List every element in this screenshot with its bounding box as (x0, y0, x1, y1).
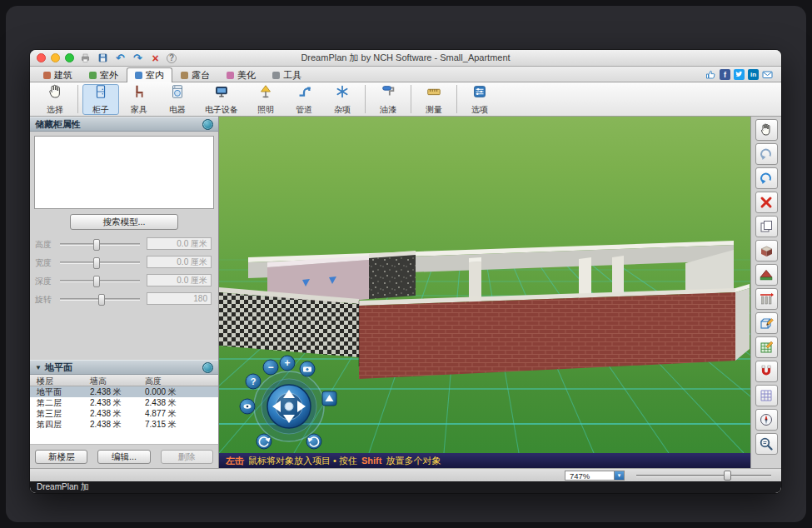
panel-menu-button[interactable] (202, 362, 213, 373)
width-value-field[interactable]: 0.0 厘米 (147, 256, 212, 268)
print-icon[interactable] (79, 52, 92, 64)
elevate-button[interactable] (322, 391, 336, 406)
magnet-snap-tool[interactable] (755, 361, 778, 382)
viewport-3d[interactable]: ? − + (219, 117, 750, 468)
tab-building[interactable]: 建筑 (35, 67, 81, 82)
visibility-button[interactable] (240, 399, 255, 414)
floors-table-header: 楼层 墙高 高度 (30, 375, 218, 386)
edit-floor-button[interactable]: 编辑... (97, 450, 150, 464)
landscaping-icon (227, 72, 234, 79)
ribbon-options[interactable]: 选项 (461, 84, 498, 115)
tab-tools[interactable]: 工具 (264, 67, 310, 82)
like-icon[interactable] (705, 69, 716, 80)
orbit-back-tool[interactable] (755, 143, 778, 165)
facebook-icon[interactable]: f (720, 69, 730, 80)
zoom-out-button[interactable]: − (263, 360, 278, 375)
rotate-ccw-button[interactable] (257, 434, 271, 449)
pan-tool[interactable] (755, 119, 778, 141)
height-slider[interactable] (60, 243, 140, 246)
depth-slider[interactable] (60, 280, 140, 282)
save-icon[interactable] (97, 52, 109, 64)
ribbon-furniture[interactable]: 家具 (121, 84, 157, 115)
navigation-widget[interactable]: ? − + (239, 355, 339, 455)
redo-icon[interactable]: ↷ (132, 52, 144, 64)
ribbon-separator (411, 85, 411, 113)
width-slider-thumb[interactable] (93, 257, 100, 269)
width-slider[interactable] (60, 262, 140, 264)
table-row[interactable]: 第四层 2.438 米 7.315 米 (30, 419, 218, 430)
help-icon[interactable]: ? (167, 53, 177, 63)
zoom-slider[interactable] (636, 475, 771, 477)
grid-overlay-tool[interactable] (755, 385, 778, 406)
tv-icon (213, 83, 230, 103)
floors-panel-header[interactable]: ▼ 地平面 (30, 360, 218, 375)
ribbon-electronics[interactable]: 电子设备 (197, 84, 246, 115)
rotation-slider-thumb[interactable] (98, 294, 105, 306)
tab-deck[interactable]: 露台 (172, 67, 218, 82)
table-row[interactable]: 地平面 2.438 米 0.000 米 (30, 386, 218, 397)
ribbon-misc[interactable]: 杂项 (324, 84, 361, 115)
twitter-icon[interactable] (734, 69, 745, 80)
height-slider-row: 高度 0.0 厘米 (30, 237, 218, 252)
copy-tool[interactable] (755, 216, 778, 237)
terrain-paint-tool[interactable] (755, 336, 778, 358)
help-nav-button[interactable]: ? (246, 374, 261, 389)
compass-tool[interactable] (755, 409, 778, 431)
zoom-in-button[interactable]: + (280, 356, 295, 371)
ribbon-select[interactable]: 选择 (37, 84, 73, 115)
zoom-select[interactable]: 747% ▼ (565, 471, 625, 481)
delete-object-tool[interactable] (755, 192, 778, 213)
email-icon[interactable] (762, 69, 773, 80)
close-window-button[interactable] (37, 53, 46, 62)
chair-icon (131, 83, 147, 103)
wall-block-tool[interactable] (755, 240, 778, 262)
paint-roller-icon (380, 83, 396, 103)
ribbon-cabinets[interactable]: 柜子 (82, 84, 119, 115)
floors-panel-title: 地平面 (45, 361, 72, 374)
orbit-forward-tool[interactable] (755, 167, 778, 189)
ribbon-paint[interactable]: 油漆 (370, 84, 406, 115)
ribbon-measure[interactable]: 测量 (416, 84, 452, 115)
new-floor-button[interactable]: 新楼层 (35, 450, 87, 464)
camera-button[interactable] (300, 361, 315, 376)
screen-bezel: ↶ ↷ × ? DreamPlan 加 by NCH Software - Sm… (0, 0, 812, 528)
table-row[interactable]: 第二层 2.438 米 2.438 米 (30, 397, 218, 408)
depth-slider-thumb[interactable] (93, 276, 100, 287)
zoom-window-button[interactable] (65, 53, 74, 62)
zoom-region-tool[interactable] (755, 433, 778, 455)
search-models-button[interactable]: 搜索模型... (70, 214, 178, 230)
fence-path-tool[interactable] (755, 288, 778, 310)
height-value-field[interactable]: 0.0 厘米 (147, 237, 212, 250)
linkedin-icon[interactable]: in (748, 69, 759, 80)
tab-landscaping[interactable]: 美化 (218, 67, 264, 82)
washer-icon (169, 83, 186, 103)
zoom-slider-thumb[interactable] (724, 471, 731, 481)
panel-menu-button[interactable] (202, 119, 213, 130)
undo-icon[interactable]: ↶ (114, 52, 127, 64)
options-icon (471, 83, 488, 103)
ribbon-plumbing[interactable]: 管道 (286, 84, 322, 115)
height-slider-thumb[interactable] (93, 239, 100, 251)
cabinet-icon (92, 83, 109, 103)
edit-3d-tool[interactable] (755, 312, 778, 334)
table-row[interactable]: 第三层 2.438 米 4.877 米 (30, 408, 218, 419)
rotation-slider[interactable] (60, 298, 140, 301)
roof-tool[interactable] (755, 264, 778, 286)
svg-text:−: − (267, 361, 273, 373)
app-name-label: DreamPlan 加 (37, 481, 89, 493)
ribbon-appliances[interactable]: 电器 (159, 84, 196, 115)
dropdown-arrow-icon[interactable]: ▼ (614, 471, 624, 480)
rotate-cw-button[interactable] (306, 434, 321, 449)
select-hand-icon (47, 83, 63, 103)
ribbon-lighting[interactable]: 照明 (247, 84, 284, 115)
rotation-value-field[interactable]: 180 (147, 292, 212, 305)
minimize-window-button[interactable] (51, 53, 60, 62)
properties-panel-header: 储藏柜属性 (30, 117, 218, 132)
tab-indoor[interactable]: 室内 (127, 67, 172, 82)
tab-outdoor[interactable]: 室外 (81, 67, 127, 82)
main-content: 储藏柜属性 搜索模型... 高度 0.0 厘米 宽度 0.0 厘米 深度 0.0… (30, 117, 781, 468)
depth-value-field[interactable]: 0.0 厘米 (147, 274, 212, 286)
collapse-icon: ▼ (35, 364, 42, 371)
ribbon-separator (77, 85, 78, 113)
delete-icon[interactable]: × (149, 52, 162, 64)
